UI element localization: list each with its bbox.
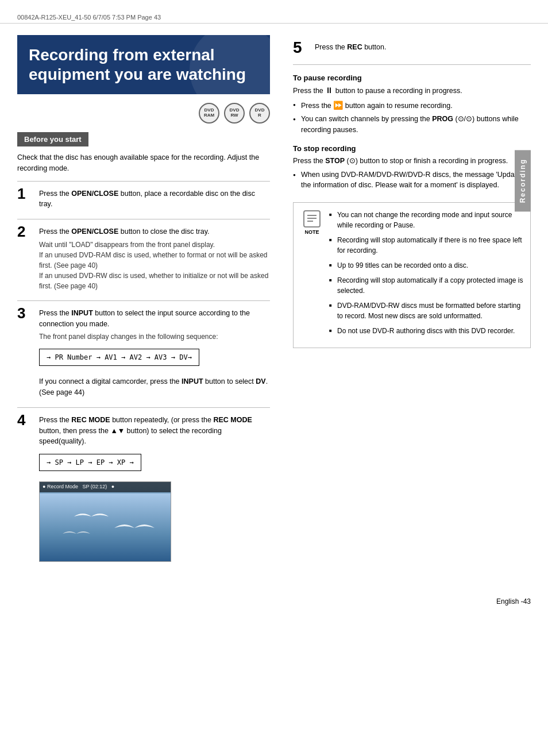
disc-icon-dvdr: DVDR bbox=[249, 103, 270, 124]
step-5-text: Press the REC button. bbox=[315, 42, 531, 53]
step-3-sub: The front panel display changes in the f… bbox=[39, 331, 270, 342]
step-4-sequence: → SP → LP → EP → XP → bbox=[39, 454, 141, 471]
right-col-wrapper: 5 Press the REC button. To pause recordi… bbox=[287, 35, 531, 574]
note-label: NOTE bbox=[304, 229, 319, 235]
stop-bullet-1: When using DVD-RAM/DVD-RW/DVD-R discs, t… bbox=[293, 169, 531, 191]
step-4-content: Press the REC MODE button repeatedly, (o… bbox=[39, 415, 270, 568]
step-1-text: Press the OPEN/CLOSE button, place a rec… bbox=[39, 188, 270, 210]
pause-bullet-list: Press the ⏩ button again to resume recor… bbox=[293, 99, 531, 136]
disc-icon-dvdram: DVDRAM bbox=[199, 103, 219, 124]
page-footer: English -43 bbox=[0, 592, 548, 611]
step-1-content: Press the OPEN/CLOSE button, place a rec… bbox=[39, 188, 270, 213]
pause-heading: To pause recording bbox=[293, 74, 531, 82]
divider-1 bbox=[17, 219, 270, 219]
left-column: Recording from external equipment you ar… bbox=[17, 35, 270, 574]
pause-section: To pause recording Press the ⏸ button to… bbox=[293, 74, 531, 136]
screen-birds-svg bbox=[40, 493, 171, 562]
divider-0 bbox=[17, 181, 270, 182]
page-number: English -43 bbox=[496, 597, 531, 605]
step-3-number: 3 bbox=[17, 306, 33, 400]
note-item-5: DVD-RAM/DVD-RW discs must be formatted b… bbox=[329, 300, 523, 321]
step-4-number: 4 bbox=[17, 412, 33, 568]
main-content: Recording from external equipment you ar… bbox=[0, 29, 548, 580]
step-2-sub: Wait until "LOAD" disappears from the fr… bbox=[39, 240, 270, 291]
note-box: NOTE You can not change the recording mo… bbox=[293, 202, 531, 348]
top-bar-text: 00842A-R125-XEU_41-50 6/7/05 7:53 PM Pag… bbox=[17, 14, 161, 21]
disc-icons-row: DVDRAM DVDRW DVDR bbox=[17, 103, 270, 124]
step-4: 4 Press the REC MODE button repeatedly, … bbox=[17, 415, 270, 568]
step-1-number: 1 bbox=[17, 186, 33, 213]
screen-status-text: ● Record Mode SP (02:12) ● bbox=[43, 483, 114, 491]
svg-rect-0 bbox=[40, 493, 171, 562]
page-title: Recording from external equipment you ar… bbox=[29, 45, 258, 84]
note-item-1: You can not change the recording mode an… bbox=[329, 210, 523, 230]
step-3: 3 Press the INPUT button to select the i… bbox=[17, 308, 270, 400]
side-tab: Recording bbox=[515, 150, 531, 211]
pause-bullet-1: Press the ⏩ button again to resume recor… bbox=[293, 99, 531, 111]
step-3-main: Press the INPUT button to select the inp… bbox=[39, 308, 270, 330]
note-items-list: You can not change the recording mode an… bbox=[329, 210, 523, 341]
title-box: Recording from external equipment you ar… bbox=[17, 35, 270, 94]
step-3-extra: If you connect a digital camcorder, pres… bbox=[39, 376, 270, 398]
stop-heading: To stop recording bbox=[293, 144, 531, 153]
top-bar: 00842A-R125-XEU_41-50 6/7/05 7:53 PM Pag… bbox=[0, 11, 548, 24]
step-5: 5 Press the REC button. bbox=[293, 42, 531, 56]
right-column: 5 Press the REC button. To pause recordi… bbox=[287, 42, 531, 348]
stop-section: To stop recording Press the STOP (⊙) but… bbox=[293, 144, 531, 191]
step-3-sequence: → PR Number → AV1 → AV2 → AV3 → DV→ bbox=[39, 349, 199, 366]
page-container: 00842A-R125-XEU_41-50 6/7/05 7:53 PM Pag… bbox=[0, 0, 548, 756]
step-4-main: Press the REC MODE button repeatedly, (o… bbox=[39, 415, 270, 447]
step-5-number: 5 bbox=[293, 40, 309, 56]
check-text: Check that the disc has enough available… bbox=[17, 152, 270, 174]
step-2: 2 Press the OPEN/CLOSE button to close t… bbox=[17, 226, 270, 294]
step-3-content: Press the INPUT button to select the inp… bbox=[39, 308, 270, 400]
step-2-number: 2 bbox=[17, 224, 33, 294]
disc-icon-dvdrw: DVDRW bbox=[224, 103, 245, 124]
note-item-6: Do not use DVD-R authoring discs with th… bbox=[329, 326, 523, 336]
stop-intro: Press the STOP (⊙) button to stop or fin… bbox=[293, 156, 531, 165]
disc-dvdr-label: DVDR bbox=[255, 108, 265, 118]
screen-thumbnail: ● Record Mode SP (02:12) ● bbox=[39, 481, 171, 562]
stop-bullet-list: When using DVD-RAM/DVD-RW/DVD-R discs, t… bbox=[293, 169, 531, 191]
note-icon-area: NOTE bbox=[300, 210, 323, 341]
pause-bullet-2: You can switch channels by pressing the … bbox=[293, 114, 531, 136]
note-item-2: Recording will stop automatically if the… bbox=[329, 235, 523, 256]
disc-dvdrw-label: DVDRW bbox=[230, 108, 240, 118]
step-1: 1 Press the OPEN/CLOSE button, place a r… bbox=[17, 188, 270, 213]
pause-intro: Press the ⏸ button to pause a recording … bbox=[293, 86, 531, 95]
step-5-content: Press the REC button. bbox=[315, 42, 531, 56]
note-item-3: Up to 99 titles can be recorded onto a d… bbox=[329, 260, 523, 271]
divider-3 bbox=[17, 407, 270, 408]
divider-2 bbox=[17, 300, 270, 301]
note-icon bbox=[303, 210, 321, 228]
note-item-4: Recording will stop automatically if a c… bbox=[329, 275, 523, 296]
divider-5 bbox=[293, 64, 531, 65]
step-2-content: Press the OPEN/CLOSE button to close the… bbox=[39, 226, 270, 294]
step-2-main: Press the OPEN/CLOSE button to close the… bbox=[39, 226, 270, 237]
screen-status-bar: ● Record Mode SP (02:12) ● bbox=[40, 482, 171, 492]
before-start-banner: Before you start bbox=[17, 132, 88, 146]
disc-dvdram-label: DVDRAM bbox=[204, 108, 214, 118]
